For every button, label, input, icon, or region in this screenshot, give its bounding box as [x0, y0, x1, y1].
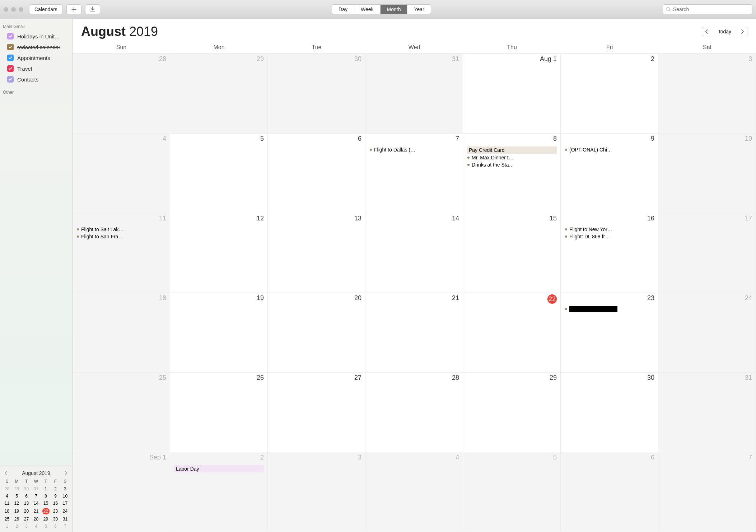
- day-cell[interactable]: 6: [561, 452, 658, 532]
- mini-day-cell[interactable]: 7: [60, 523, 70, 530]
- day-cell[interactable]: 5: [170, 134, 268, 213]
- day-cell[interactable]: 17: [658, 213, 756, 293]
- day-cell[interactable]: 13: [268, 213, 365, 293]
- zoom-window-icon[interactable]: [19, 7, 23, 12]
- calendar-event[interactable]: Flight to Dallas (…: [369, 146, 459, 153]
- mini-day-cell[interactable]: 12: [12, 500, 22, 507]
- calendar-list-item[interactable]: Travel: [0, 63, 72, 74]
- mini-day-cell[interactable]: 6: [22, 493, 31, 500]
- mini-day-cell[interactable]: 7: [31, 493, 41, 500]
- day-cell[interactable]: 19: [170, 293, 268, 372]
- view-month-button[interactable]: Month: [381, 5, 408, 14]
- day-cell[interactable]: 12: [170, 213, 268, 293]
- day-cell[interactable]: 6: [268, 134, 365, 213]
- day-cell[interactable]: 14: [365, 213, 463, 293]
- toggle-calendars-button[interactable]: Calendars: [29, 4, 63, 14]
- close-window-icon[interactable]: [4, 7, 8, 12]
- mini-day-cell[interactable]: 24: [60, 507, 70, 515]
- mini-day-cell[interactable]: 4: [31, 523, 41, 530]
- day-cell[interactable]: 16Flight to New Yor…Flight: DL 868 fr…: [561, 213, 658, 293]
- day-cell[interactable]: 31: [658, 373, 756, 452]
- calendar-event[interactable]: redacted event and…: [564, 306, 654, 312]
- mini-day-cell[interactable]: 26: [12, 515, 22, 523]
- calendar-event[interactable]: Flight to San Fra…: [76, 233, 166, 240]
- day-cell[interactable]: Sep 1: [73, 452, 170, 532]
- day-cell[interactable]: 4: [73, 134, 170, 213]
- mini-day-cell[interactable]: 14: [31, 500, 41, 507]
- day-cell[interactable]: 15: [463, 213, 561, 293]
- day-cell[interactable]: 31: [365, 54, 463, 133]
- mini-day-cell[interactable]: 5: [12, 493, 22, 500]
- day-cell[interactable]: Aug 1: [463, 54, 561, 133]
- mini-day-cell[interactable]: 31: [31, 485, 41, 493]
- view-year-button[interactable]: Year: [407, 5, 430, 14]
- day-cell[interactable]: 30: [561, 373, 658, 452]
- new-event-button[interactable]: [66, 4, 81, 14]
- day-cell[interactable]: 28: [365, 373, 463, 452]
- day-cell[interactable]: 7: [658, 452, 756, 532]
- mini-day-cell[interactable]: 21: [31, 507, 41, 515]
- mini-day-cell[interactable]: 20: [22, 507, 31, 515]
- mini-day-cell[interactable]: 17: [60, 500, 70, 507]
- mini-day-cell[interactable]: 30: [22, 485, 31, 493]
- day-cell[interactable]: 24: [658, 293, 756, 372]
- mini-day-cell[interactable]: 16: [51, 500, 60, 507]
- day-cell[interactable]: 28: [73, 54, 170, 133]
- mini-day-cell[interactable]: 19: [12, 507, 22, 515]
- calendar-event[interactable]: (OPTIONAL) Chi…: [564, 146, 654, 153]
- calendar-event[interactable]: Flight to Salt Lak…: [76, 226, 166, 233]
- today-button[interactable]: Today: [712, 27, 737, 36]
- day-cell[interactable]: 7Flight to Dallas (…: [365, 134, 463, 213]
- mini-day-cell[interactable]: 28: [2, 485, 12, 493]
- mini-day-cell[interactable]: 22: [41, 507, 51, 515]
- day-cell[interactable]: 29: [170, 54, 268, 133]
- day-cell[interactable]: 2: [561, 54, 658, 133]
- day-cell[interactable]: 29: [463, 373, 561, 452]
- calendar-list-item[interactable]: Holidays in Unit…: [0, 31, 72, 42]
- search-input[interactable]: [673, 6, 749, 12]
- calendar-event[interactable]: Labor Day: [174, 465, 264, 472]
- mini-day-cell[interactable]: 29: [12, 485, 22, 493]
- calendar-checkbox[interactable]: [7, 33, 14, 39]
- calendar-list-item[interactable]: Contacts: [0, 74, 72, 85]
- view-week-button[interactable]: Week: [354, 5, 381, 14]
- prev-month-button[interactable]: [702, 27, 712, 36]
- mini-day-cell[interactable]: 30: [51, 515, 60, 523]
- mini-day-cell[interactable]: 15: [41, 500, 51, 507]
- day-cell[interactable]: 5: [463, 452, 561, 532]
- day-cell[interactable]: 21: [365, 293, 463, 372]
- mini-day-cell[interactable]: 5: [41, 523, 51, 530]
- mini-day-cell[interactable]: 9: [51, 493, 60, 500]
- day-cell[interactable]: 4: [365, 452, 463, 532]
- mini-day-cell[interactable]: 6: [51, 523, 60, 530]
- mini-day-cell[interactable]: 8: [41, 493, 51, 500]
- mini-day-cell[interactable]: 1: [2, 523, 12, 530]
- calendar-checkbox[interactable]: [7, 55, 14, 61]
- day-cell[interactable]: 25: [73, 373, 170, 452]
- calendar-checkbox[interactable]: [7, 76, 14, 83]
- mini-day-cell[interactable]: 1: [41, 485, 51, 493]
- calendar-list-item[interactable]: Appointments: [0, 52, 72, 63]
- mini-day-cell[interactable]: 28: [31, 515, 41, 523]
- view-day-button[interactable]: Day: [332, 5, 354, 14]
- day-cell[interactable]: 2Labor Day: [170, 452, 268, 532]
- day-cell[interactable]: 22: [463, 293, 561, 372]
- mini-day-cell[interactable]: 31: [60, 515, 70, 523]
- calendar-event[interactable]: Drinks at the Sta…: [467, 162, 557, 168]
- next-month-button[interactable]: [737, 27, 747, 36]
- mini-prev-month-button[interactable]: [4, 471, 8, 475]
- mini-next-month-button[interactable]: [64, 471, 68, 475]
- calendar-event[interactable]: Pay Credit Card: [467, 146, 557, 154]
- calendar-checkbox[interactable]: [7, 65, 14, 72]
- day-cell[interactable]: 3: [268, 452, 365, 532]
- calendar-list-item[interactable]: redacted calendar: [0, 42, 72, 52]
- mini-day-cell[interactable]: 10: [60, 493, 70, 500]
- calendar-checkbox[interactable]: [7, 44, 14, 50]
- mini-day-cell[interactable]: 2: [51, 485, 60, 493]
- search-field[interactable]: [663, 4, 752, 14]
- mini-day-cell[interactable]: 3: [60, 485, 70, 493]
- minimize-window-icon[interactable]: [11, 7, 16, 12]
- mini-day-cell[interactable]: 4: [2, 493, 12, 500]
- calendar-event[interactable]: Flight: DL 868 fr…: [564, 233, 654, 240]
- day-cell[interactable]: 20: [268, 293, 365, 372]
